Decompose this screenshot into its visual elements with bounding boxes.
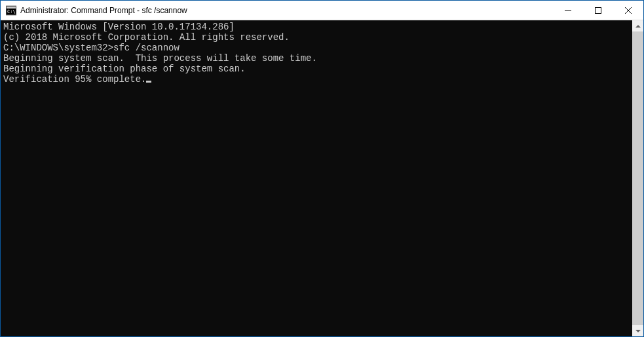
terminal-line: C:\WINDOWS\system32>sfc /scannow: [3, 43, 632, 53]
terminal-line: Beginning verification phase of system s…: [3, 64, 632, 74]
window-frame: C:\ Administrator: Command Prompt - sfc …: [0, 0, 644, 337]
terminal-output[interactable]: Microsoft Windows [Version 10.0.17134.28…: [1, 20, 632, 336]
cmd-icon: C:\: [6, 5, 16, 16]
scroll-up-button[interactable]: [632, 20, 643, 31]
svg-rect-1: [7, 7, 16, 9]
svg-text:C:\: C:\: [7, 9, 16, 14]
terminal-container: Microsoft Windows [Version 10.0.17134.28…: [1, 20, 643, 336]
titlebar-controls: [553, 1, 643, 20]
svg-marker-7: [635, 25, 641, 28]
terminal-line: (c) 2018 Microsoft Corporation. All righ…: [3, 32, 632, 43]
close-button[interactable]: [613, 1, 643, 20]
window-title: Administrator: Command Prompt - sfc /sca…: [20, 6, 553, 15]
minimize-button[interactable]: [553, 1, 583, 20]
terminal-line: Beginning system scan. This process will…: [3, 53, 632, 64]
svg-rect-4: [596, 7, 601, 13]
titlebar[interactable]: C:\ Administrator: Command Prompt - sfc …: [1, 1, 643, 20]
cursor-icon: [146, 81, 151, 83]
scroll-down-button[interactable]: [632, 325, 643, 336]
terminal-line: Verification 95% complete.: [3, 74, 632, 85]
svg-marker-8: [635, 330, 641, 332]
terminal-line: Microsoft Windows [Version 10.0.17134.28…: [3, 22, 632, 32]
maximize-button[interactable]: [583, 1, 613, 20]
scrollbar-vertical[interactable]: [632, 20, 643, 336]
scroll-thumb[interactable]: [632, 31, 643, 325]
scroll-track[interactable]: [632, 31, 643, 325]
